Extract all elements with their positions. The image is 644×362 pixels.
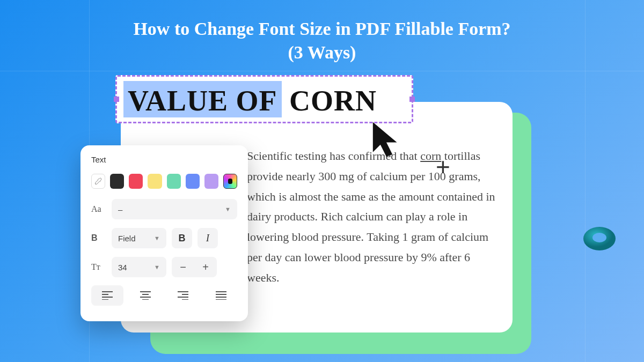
- crosshair-icon: +: [436, 152, 450, 181]
- chevron-down-icon: ▼: [154, 264, 160, 270]
- resize-handle-left[interactable]: [114, 97, 119, 102]
- italic-button[interactable]: I: [197, 228, 218, 248]
- font-family-row: Aa – ▼: [91, 198, 237, 220]
- increase-size-button[interactable]: +: [194, 257, 217, 277]
- color-black[interactable]: [110, 174, 124, 189]
- text-size-icon: Tт: [91, 262, 106, 272]
- heading-rest: CORN: [282, 85, 377, 117]
- font-style-row: B Field ▼ B I: [91, 227, 237, 249]
- align-center-button[interactable]: [129, 285, 162, 306]
- alignment-row: [91, 285, 237, 306]
- svg-point-1: [592, 233, 606, 242]
- font-style-value: Field: [118, 234, 136, 243]
- align-left-icon: [102, 291, 113, 300]
- font-size-spinner: − +: [172, 257, 217, 277]
- font-family-value: –: [118, 205, 122, 214]
- decrease-size-button[interactable]: −: [172, 257, 194, 277]
- color-teal[interactable]: [167, 174, 181, 189]
- align-right-button[interactable]: [167, 285, 199, 306]
- align-right-icon: [178, 291, 188, 300]
- bold-button[interactable]: B: [172, 228, 192, 248]
- color-purple[interactable]: [204, 174, 218, 189]
- panel-title: Text: [91, 155, 237, 164]
- align-justify-button[interactable]: [205, 285, 237, 306]
- page-title: How to Change Font Size in PDF Fillable …: [80, 17, 564, 64]
- selected-text-field[interactable]: VALUE OF CORN: [115, 75, 413, 123]
- torus-decoration: [581, 223, 618, 255]
- font-size-dropdown[interactable]: 34 ▼: [112, 257, 166, 277]
- color-red[interactable]: [129, 174, 143, 189]
- font-family-icon: Aa: [91, 204, 106, 214]
- eyedropper-icon: [94, 177, 103, 186]
- eyedropper-button[interactable]: [91, 174, 105, 189]
- chevron-down-icon: ▼: [154, 235, 160, 241]
- bold-row-icon: B: [91, 233, 106, 243]
- text-properties-panel: Text Aa – ▼ B Field ▼ B I Tт 34 ▼: [80, 145, 248, 321]
- font-style-dropdown[interactable]: Field ▼: [112, 228, 166, 248]
- chevron-down-icon: ▼: [225, 206, 231, 212]
- color-blue[interactable]: [186, 174, 200, 189]
- font-size-row: Tт 34 ▼ − +: [91, 256, 237, 278]
- color-picker-button[interactable]: [223, 174, 237, 189]
- document-body-text: Scientific testing has confirmed that co…: [247, 146, 502, 288]
- align-center-icon: [140, 291, 151, 300]
- resize-handle-right[interactable]: [409, 97, 415, 102]
- heading-highlighted: VALUE OF: [123, 81, 282, 117]
- color-swatch-row: [91, 174, 237, 189]
- font-family-dropdown[interactable]: – ▼: [112, 199, 237, 219]
- align-left-button[interactable]: [91, 285, 123, 306]
- align-justify-icon: [216, 291, 226, 300]
- title-line1: How to Change Font Size in PDF Fillable …: [133, 19, 510, 39]
- color-yellow[interactable]: [148, 174, 162, 189]
- heading-text[interactable]: VALUE OF CORN: [123, 81, 377, 117]
- font-size-value: 34: [118, 263, 127, 272]
- title-line2: (3 Ways): [288, 42, 356, 62]
